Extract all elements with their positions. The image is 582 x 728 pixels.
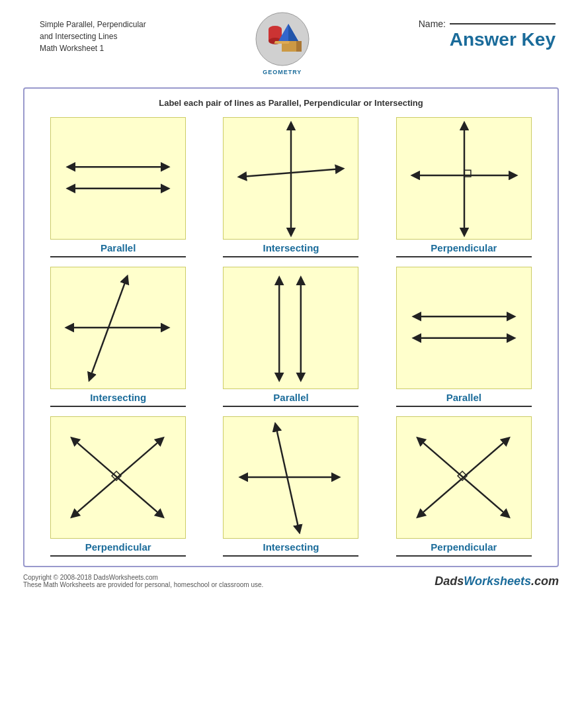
page: Simple Parallel, Perpendicular and Inter… [0, 0, 582, 728]
svg-line-25 [276, 427, 300, 529]
svg-rect-8 [296, 41, 302, 52]
cell-label-1: Intersecting [223, 242, 358, 253]
diagram-svg-7 [224, 417, 358, 538]
diagram-box-2 [396, 117, 532, 240]
worksheet-title: Simple Parallel, Perpendicular and Inter… [40, 19, 146, 54]
label-area-3: Intersecting [50, 392, 186, 407]
diagram-cell-6: Perpendicular [38, 416, 198, 557]
diagram-grid: Parallel Intersecting Perpendicular Inte… [38, 117, 544, 557]
diagram-svg-4 [224, 267, 358, 388]
geometry-logo [255, 12, 310, 66]
diagram-cell-4: Parallel [210, 267, 371, 407]
diagram-box-7 [223, 416, 358, 539]
label-area-8: Perpendicular [396, 541, 532, 557]
diagram-cell-3: Intersecting [38, 267, 198, 407]
answer-key-area: Name: Answer Key [419, 19, 556, 50]
diagram-svg-5 [397, 267, 531, 388]
label-area-6: Perpendicular [50, 541, 186, 557]
main-content: Label each pair of lines as Parallel, Pe… [23, 87, 559, 567]
logo-area: GEOMETRY [255, 12, 310, 75]
footer: Copyright © 2008-2018 DadsWorksheets.com… [23, 574, 559, 588]
diagram-box-4 [223, 267, 358, 389]
label-area-0: Parallel [50, 242, 186, 257]
diagram-box-1 [223, 117, 358, 240]
cell-label-6: Perpendicular [50, 541, 186, 553]
diagram-cell-1: Intersecting [210, 117, 371, 257]
diagram-box-5 [396, 267, 532, 389]
diagram-box-3 [50, 267, 186, 389]
cell-label-2: Perpendicular [396, 242, 532, 253]
diagram-box-8 [396, 416, 532, 539]
diagram-svg-6 [51, 417, 185, 538]
instruction-text: Label each pair of lines as Parallel, Pe… [38, 98, 544, 108]
svg-rect-7 [274, 41, 289, 44]
cell-label-7: Intersecting [223, 541, 358, 553]
diagram-svg-2 [397, 118, 531, 239]
cell-label-3: Intersecting [50, 392, 186, 403]
footer-logo: DadsWorksheets.com [435, 574, 559, 588]
cell-label-5: Parallel [396, 392, 532, 403]
diagram-cell-7: Intersecting [210, 416, 371, 557]
diagram-svg-0 [51, 118, 185, 239]
diagram-box-6 [50, 416, 186, 539]
diagram-cell-0: Parallel [38, 117, 198, 257]
diagram-svg-1 [224, 118, 358, 239]
diagram-box-0 [50, 117, 186, 240]
answer-key-label: Answer Key [419, 29, 556, 50]
label-area-2: Perpendicular [396, 242, 532, 257]
diagram-cell-8: Perpendicular [384, 416, 544, 557]
diagram-svg-8 [397, 417, 531, 538]
cell-label-8: Perpendicular [396, 541, 532, 553]
label-area-7: Intersecting [223, 541, 358, 557]
cell-label-4: Parallel [223, 392, 358, 403]
diagram-cell-2: Perpendicular [384, 117, 544, 257]
label-area-1: Intersecting [223, 242, 358, 257]
diagram-cell-5: Parallel [384, 267, 544, 407]
header: Simple Parallel, Perpendicular and Inter… [0, 0, 582, 82]
label-area-4: Parallel [223, 392, 358, 407]
label-area-5: Parallel [396, 392, 532, 407]
diagram-svg-3 [51, 267, 185, 388]
cell-label-0: Parallel [50, 242, 186, 253]
